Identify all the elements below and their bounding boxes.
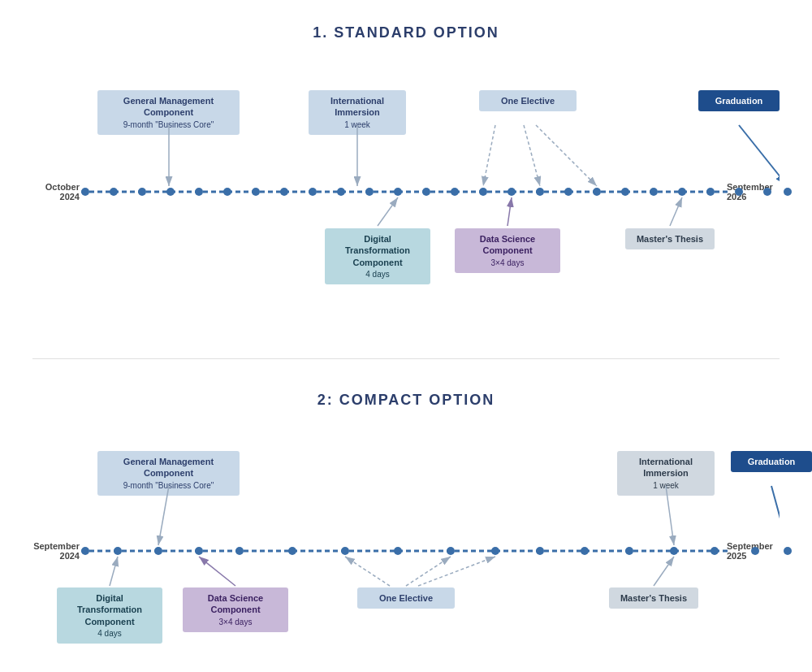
dtc-box-s1: Digital Transformation Component 4 days bbox=[325, 228, 430, 284]
dsc-box-s2: Data Science Component 3×4 days bbox=[183, 587, 288, 632]
date-start-s1: October 2024 bbox=[32, 182, 80, 202]
svg-line-11 bbox=[670, 197, 682, 226]
dot-c5 bbox=[235, 547, 244, 555]
graduation-box-s1: Graduation bbox=[698, 90, 780, 111]
dot-10 bbox=[337, 188, 345, 196]
elective-box-s1: One Elective bbox=[479, 90, 577, 111]
section-divider bbox=[32, 358, 780, 359]
timeline-line bbox=[81, 191, 731, 193]
dot-c16 bbox=[751, 547, 759, 555]
dot-16 bbox=[508, 188, 516, 196]
gmc-box-s2: General Management Component 9-month "Bu… bbox=[97, 451, 240, 496]
date-start-s2: September 2024 bbox=[32, 541, 80, 561]
dot-6 bbox=[223, 188, 231, 196]
svg-line-18 bbox=[110, 557, 118, 586]
dtc-box-s2: Digital Transformation Component 4 days bbox=[57, 587, 162, 644]
timeline-line-s2 bbox=[81, 550, 731, 553]
dot-c7 bbox=[341, 547, 349, 555]
gmc-box-s1: General Management Component 9-month "Bu… bbox=[97, 90, 240, 135]
svg-line-9 bbox=[378, 197, 398, 226]
dot-14 bbox=[451, 188, 459, 196]
svg-line-10 bbox=[508, 197, 512, 226]
svg-line-17 bbox=[771, 486, 780, 545]
section-standard: 1. STANDARD OPTION October 2024 Septembe… bbox=[0, 0, 812, 350]
svg-line-22 bbox=[418, 557, 495, 586]
dot-c2 bbox=[114, 547, 122, 555]
dot-18 bbox=[564, 188, 572, 196]
svg-line-8 bbox=[739, 125, 780, 186]
section2-title: 2: COMPACT OPTION bbox=[32, 392, 780, 409]
dsc-box-s1: Data Science Component 3×4 days bbox=[455, 228, 560, 273]
graduation-box-s2: Graduation bbox=[731, 451, 812, 472]
section1-title: 1. STANDARD OPTION bbox=[32, 24, 780, 41]
dot-21 bbox=[650, 188, 658, 196]
dot-4 bbox=[166, 188, 175, 196]
dot-23 bbox=[706, 188, 715, 196]
dot-c8 bbox=[394, 547, 402, 555]
dot-26 bbox=[784, 188, 792, 196]
dot-5 bbox=[195, 188, 203, 196]
dot-24 bbox=[735, 188, 743, 196]
dot-c3 bbox=[154, 547, 162, 555]
dot-c14 bbox=[670, 547, 678, 555]
thesis-box-s1: Master's Thesis bbox=[625, 228, 715, 249]
svg-line-23 bbox=[654, 557, 674, 586]
dot-9 bbox=[309, 188, 317, 196]
dot-c15 bbox=[710, 547, 719, 555]
dot-c6 bbox=[288, 547, 296, 555]
dot-11 bbox=[365, 188, 374, 196]
intl-box-s1: International Immersion 1 week bbox=[309, 90, 406, 135]
dot-2 bbox=[110, 188, 118, 196]
dot-c1 bbox=[81, 547, 89, 555]
dot-7 bbox=[252, 188, 260, 196]
dot-19 bbox=[593, 188, 601, 196]
dot-8 bbox=[280, 188, 288, 196]
dot-c13 bbox=[625, 547, 633, 555]
thesis-box-s2: Master's Thesis bbox=[609, 587, 698, 609]
dot-25 bbox=[763, 188, 771, 196]
dot-c10 bbox=[491, 547, 499, 555]
dot-c11 bbox=[536, 547, 544, 555]
dot-20 bbox=[621, 188, 629, 196]
dot-c17 bbox=[784, 547, 792, 555]
dot-17 bbox=[536, 188, 544, 196]
section-compact: 2: COMPACT OPTION September 2024 Septemb… bbox=[0, 367, 812, 672]
svg-line-19 bbox=[199, 557, 235, 586]
dot-12 bbox=[394, 188, 402, 196]
standard-diagram: October 2024 September 2026 General Mana… bbox=[32, 66, 780, 326]
dot-13 bbox=[422, 188, 430, 196]
svg-line-7 bbox=[536, 125, 597, 186]
dot-15 bbox=[479, 188, 487, 196]
dot-3 bbox=[138, 188, 146, 196]
svg-line-21 bbox=[406, 557, 451, 586]
dot-c4 bbox=[195, 547, 203, 555]
compact-diagram: September 2024 September 2025 General Ma… bbox=[32, 433, 780, 672]
dot-c12 bbox=[581, 547, 589, 555]
svg-line-20 bbox=[345, 557, 390, 586]
dot-22 bbox=[678, 188, 686, 196]
svg-line-5 bbox=[483, 125, 495, 186]
elective-box-s2: One Elective bbox=[357, 587, 455, 609]
intl-box-s2: International Immersion 1 week bbox=[617, 451, 715, 496]
svg-line-6 bbox=[524, 125, 540, 186]
dot-1 bbox=[81, 188, 89, 196]
dot-c9 bbox=[447, 547, 455, 555]
